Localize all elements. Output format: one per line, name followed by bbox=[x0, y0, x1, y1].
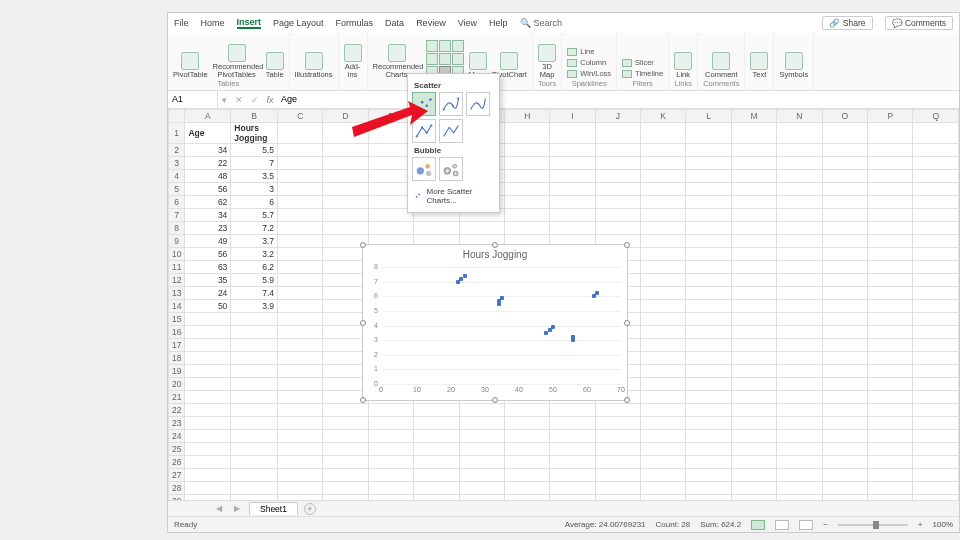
3dmap-button[interactable]: 3D Map bbox=[538, 44, 556, 78]
cell-C27[interactable] bbox=[278, 469, 323, 482]
cell-D23[interactable] bbox=[323, 417, 368, 430]
cell-C4[interactable] bbox=[278, 170, 323, 183]
cell-L16[interactable] bbox=[686, 326, 731, 339]
col-header-B[interactable]: B bbox=[231, 110, 278, 123]
cell-P24[interactable] bbox=[868, 430, 913, 443]
tab-file[interactable]: File bbox=[174, 18, 189, 28]
cell-O15[interactable] bbox=[822, 313, 867, 326]
cell-A1[interactable]: Age bbox=[185, 123, 231, 144]
cell-B21[interactable] bbox=[231, 391, 278, 404]
cell-F22[interactable] bbox=[414, 404, 459, 417]
cell-Q29[interactable] bbox=[913, 495, 959, 501]
addins-button[interactable]: Add- ins bbox=[344, 44, 362, 78]
cell-M14[interactable] bbox=[731, 300, 776, 313]
cell-O16[interactable] bbox=[822, 326, 867, 339]
cell-P3[interactable] bbox=[868, 157, 913, 170]
cell-O8[interactable] bbox=[822, 222, 867, 235]
cell-E24[interactable] bbox=[368, 430, 413, 443]
cell-Q20[interactable] bbox=[913, 378, 959, 391]
cell-F25[interactable] bbox=[414, 443, 459, 456]
cell-P7[interactable] bbox=[868, 209, 913, 222]
col-header-P[interactable]: P bbox=[868, 110, 913, 123]
cell-C23[interactable] bbox=[278, 417, 323, 430]
rec-pivottables-button[interactable]: Recommended PivotTables bbox=[213, 44, 261, 78]
cell-K2[interactable] bbox=[641, 144, 686, 157]
cell-Q28[interactable] bbox=[913, 482, 959, 495]
cell-K12[interactable] bbox=[641, 274, 686, 287]
cell-B18[interactable] bbox=[231, 352, 278, 365]
cell-I26[interactable] bbox=[550, 456, 595, 469]
cell-B7[interactable]: 5.7 bbox=[231, 209, 278, 222]
cell-C14[interactable] bbox=[278, 300, 323, 313]
worksheet-grid[interactable]: ABCDEFGHIJKLMNOPQ1AgeHours Jogging2345.5… bbox=[168, 109, 959, 500]
cell-M1[interactable] bbox=[731, 123, 776, 144]
cell-O3[interactable] bbox=[822, 157, 867, 170]
cell-N23[interactable] bbox=[777, 417, 822, 430]
cell-J26[interactable] bbox=[595, 456, 640, 469]
cell-A25[interactable] bbox=[185, 443, 231, 456]
cell-K28[interactable] bbox=[641, 482, 686, 495]
cell-N22[interactable] bbox=[777, 404, 822, 417]
cell-D8[interactable] bbox=[323, 222, 368, 235]
cell-C19[interactable] bbox=[278, 365, 323, 378]
cell-J24[interactable] bbox=[595, 430, 640, 443]
cell-M21[interactable] bbox=[731, 391, 776, 404]
cell-H28[interactable] bbox=[505, 482, 550, 495]
cell-C24[interactable] bbox=[278, 430, 323, 443]
col-header-Q[interactable]: Q bbox=[913, 110, 959, 123]
row-header-20[interactable]: 20 bbox=[169, 378, 185, 391]
col-header-I[interactable]: I bbox=[550, 110, 595, 123]
cell-M20[interactable] bbox=[731, 378, 776, 391]
cell-P26[interactable] bbox=[868, 456, 913, 469]
text-button[interactable]: Text bbox=[750, 52, 768, 79]
add-sheet-button[interactable]: + bbox=[304, 503, 316, 515]
cell-P4[interactable] bbox=[868, 170, 913, 183]
tab-view[interactable]: View bbox=[458, 18, 477, 28]
row-header-21[interactable]: 21 bbox=[169, 391, 185, 404]
cell-O25[interactable] bbox=[822, 443, 867, 456]
cell-C21[interactable] bbox=[278, 391, 323, 404]
cell-P12[interactable] bbox=[868, 274, 913, 287]
cell-O19[interactable] bbox=[822, 365, 867, 378]
cell-P29[interactable] bbox=[868, 495, 913, 501]
cell-G23[interactable] bbox=[459, 417, 504, 430]
cell-Q1[interactable] bbox=[913, 123, 959, 144]
cell-M29[interactable] bbox=[731, 495, 776, 501]
cell-C29[interactable] bbox=[278, 495, 323, 501]
cell-H8[interactable] bbox=[505, 222, 550, 235]
cell-D7[interactable] bbox=[323, 209, 368, 222]
cell-M23[interactable] bbox=[731, 417, 776, 430]
cell-B5[interactable]: 3 bbox=[231, 183, 278, 196]
cell-A26[interactable] bbox=[185, 456, 231, 469]
scatter-option-straight[interactable] bbox=[439, 119, 463, 143]
view-normal-button[interactable] bbox=[751, 520, 765, 530]
cell-N6[interactable] bbox=[777, 196, 822, 209]
cell-N27[interactable] bbox=[777, 469, 822, 482]
cell-N14[interactable] bbox=[777, 300, 822, 313]
cell-A2[interactable]: 34 bbox=[185, 144, 231, 157]
chart-plot-area[interactable]: 012345678010203040506070 bbox=[383, 267, 619, 382]
cell-Q8[interactable] bbox=[913, 222, 959, 235]
name-box[interactable]: A1 bbox=[168, 91, 218, 108]
cell-J4[interactable] bbox=[595, 170, 640, 183]
cell-J29[interactable] bbox=[595, 495, 640, 501]
row-header-16[interactable]: 16 bbox=[169, 326, 185, 339]
cell-M28[interactable] bbox=[731, 482, 776, 495]
cell-C11[interactable] bbox=[278, 261, 323, 274]
cell-M24[interactable] bbox=[731, 430, 776, 443]
data-point[interactable] bbox=[463, 274, 467, 278]
sparkline-column-button[interactable]: Column bbox=[567, 58, 611, 67]
cell-A29[interactable] bbox=[185, 495, 231, 501]
cell-K9[interactable] bbox=[641, 235, 686, 248]
cell-C20[interactable] bbox=[278, 378, 323, 391]
cell-A4[interactable]: 48 bbox=[185, 170, 231, 183]
cell-D6[interactable] bbox=[323, 196, 368, 209]
cell-B3[interactable]: 7 bbox=[231, 157, 278, 170]
cell-I23[interactable] bbox=[550, 417, 595, 430]
col-header-O[interactable]: O bbox=[822, 110, 867, 123]
cell-L22[interactable] bbox=[686, 404, 731, 417]
timeline-button[interactable]: Timeline bbox=[622, 69, 663, 78]
cell-K16[interactable] bbox=[641, 326, 686, 339]
cell-M19[interactable] bbox=[731, 365, 776, 378]
cell-J3[interactable] bbox=[595, 157, 640, 170]
